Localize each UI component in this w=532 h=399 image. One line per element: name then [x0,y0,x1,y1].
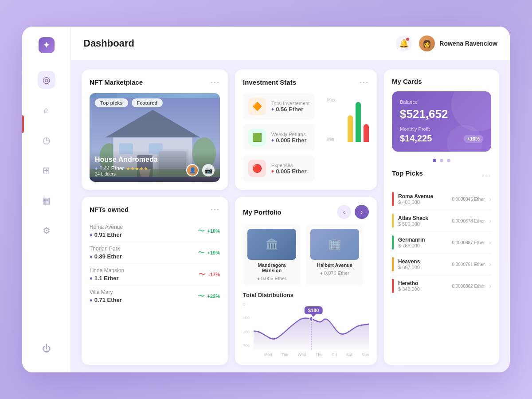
portfolio-img-1: 🏢 [310,229,359,260]
dot-3[interactable] [447,159,450,162]
nft-badges: Top picks Featured [95,98,163,107]
dist-chart-wrapper: 300 200 100 0 [243,302,369,357]
nft-list-item-2[interactable]: Linda Mansion ♦ 1.1 Ether 〜 -17% [90,264,220,286]
bell-button[interactable]: 🔔 [396,35,412,51]
chart-max-min: Max Min [327,93,336,146]
pick-item-0[interactable]: Roma Avenue $ 400,000 0.0000345 Ether › [392,188,491,210]
featured-badge: Featured [132,98,163,107]
expenses-val: ♦ 0.005 Ether [271,168,309,175]
portfolio-img-0: 🏛️ [247,229,296,260]
logo[interactable]: ✦ [39,37,55,53]
x-tue: Tue [282,352,288,357]
dot-1[interactable] [433,159,436,162]
balance-label: Balance [400,99,483,105]
nft-card-header: NFT Marketplace ··· [90,78,220,87]
sidebar-item-explore[interactable]: ◎ [38,71,55,89]
nft-list-name-1: Thorian Park [90,246,122,252]
nft-list-item-3[interactable]: Villa Mary ♦ 0.71 Ether 〜 +22% [90,286,220,307]
pick-item-2[interactable]: Germanrin $ 786,000 0.0000887 Ether › [392,232,491,254]
nft-list-val-2: ♦ 1.1 Ether [90,275,124,282]
nft-avatars: 👤 [190,164,199,176]
investment-stats-card: Investment Stats ··· 🔶 Total Investement… [235,70,377,190]
x-axis: Mon Tue Wed Thu Fri Sat Sun [254,352,369,357]
expenses-eth: 0.005 Ether [276,168,306,175]
investment-title: Investment Stats [243,78,296,86]
main-content: Dashboard 🔔 👩 Rowena Ravenclow NFT Marke… [71,27,510,372]
nft-list-item-1[interactable]: Thorian Park ♦ 0.89 Ether 〜 +19% [90,242,220,264]
eth-symbol-0: ♦ [90,231,93,238]
stat-item-expenses: 🔴 Expenses ♦ 0.005 Ether [243,155,315,182]
sidebar-item-settings[interactable]: ⚙ [38,222,55,239]
nft-list-val-0: ♦ 0.91 Ether [90,231,123,238]
dot-2[interactable] [440,159,443,162]
portfolio-header: My Portfolio ‹ › [243,205,369,219]
sidebar-item-home[interactable]: ⌂ [38,101,55,119]
portfolio-next-button[interactable]: › [355,205,369,219]
sidebar-item-clock[interactable]: ◷ [38,131,55,149]
expenses-icon: 🔴 [248,160,266,177]
pick-item-3[interactable]: Heavens $ 667,000 0.0000761 Ether › [392,254,491,275]
sidebar-item-calendar[interactable]: ▦ [38,192,55,209]
x-thu: Thu [316,352,323,357]
portfolio-item-1[interactable]: 🏢 Halbert Avenue ♦ 0.076 Ether [306,224,364,286]
weekly-val: ♦ 0.005 Ether [271,137,309,144]
stat-row: 🔶 Total Investement ♦ 0.56 Ether 🟩 [243,93,369,182]
eth-sym-p1: ♦ [320,270,323,276]
pick-bar-1 [392,214,394,228]
nft-list-name-3: Villa Mary [90,289,122,295]
avatar: 👩 [419,35,435,51]
pick-info-3: Heavens $ 667,000 [398,258,447,270]
pick-name-2: Germanrin [398,237,447,243]
bell-dot [406,38,409,41]
top-picks-section: Top Picks ··· Roma Avenue $ 400,000 0.00… [392,169,491,297]
sidebar-bottom: ⏻ [38,340,55,362]
portfolio-items: 🏛️ Mandragora Mansion ♦ 0.005 Ether 🏢 Ha… [243,224,369,286]
pick-eth-4: 0.0000302 Ether [452,284,485,289]
nft-more-button[interactable]: ··· [211,78,220,87]
pick-bar-0 [392,192,394,206]
balance-amount: $521,652 [400,107,483,121]
user-info[interactable]: 👩 Rowena Ravenclow [419,35,497,51]
chart-col-1 [348,98,353,142]
nft-list-val-1: ♦ 0.89 Ether [90,253,122,260]
pick-item-4[interactable]: Heretho $ 348,000 0.0000302 Ether › [392,275,491,297]
nfts-owned-header: NFTs owned ··· [90,205,220,214]
eth-symbol-2: ♦ [90,275,93,282]
total-icon: 🔶 [248,98,266,115]
top-picks-more-button[interactable]: ··· [482,171,491,180]
chevron-right-icon-3: › [489,261,491,268]
investment-more-button[interactable]: ··· [360,78,369,87]
portfolio-prev-button[interactable]: ‹ [337,205,351,219]
eth-dot: ♦ [271,106,274,112]
sidebar-item-briefcase[interactable]: ⊞ [38,161,55,179]
nft-list-info-1: Thorian Park ♦ 0.89 Ether [90,246,122,260]
card-dots [392,159,491,162]
pick-item-1[interactable]: Atlas Shack $ 500,000 0.0000678 Ether › [392,210,491,232]
pick-bar-4 [392,279,394,293]
nft-info-overlay: House Andromeda ♦ 1.44 Ether ★★★★★ 24 bi… [90,150,220,182]
nft-change-3: +22% [207,293,220,299]
stat-content-expenses: Expenses ♦ 0.005 Ether [271,163,309,175]
total-val: ♦ 0.56 Ether [271,106,309,113]
pick-price-2: $ 786,000 [398,243,447,248]
mini-chart-3: 〜 [198,292,205,301]
camera-button[interactable]: 📷 [202,164,215,176]
mini-chart-2: 〜 [199,270,206,279]
top-picks-title: Top Picks [392,169,423,177]
sidebar-icons: ◎ ⌂ ◷ ⊞ ▦ ⚙ [38,71,55,340]
pick-eth-3: 0.0000761 Ether [452,262,485,267]
weekly-label: Weekly Returns [271,132,309,137]
nft-list-item-0[interactable]: Roma Avenue ♦ 0.91 Ether 〜 +10% [90,220,220,242]
power-icon[interactable]: ⏻ [38,340,55,357]
page-title: Dashboard [83,38,134,49]
eth-symbol-3: ♦ [90,297,93,303]
nft-change-1: +19% [207,250,220,255]
weekly-icon: 🟩 [248,129,266,146]
x-fri: Fri [332,352,337,357]
stat-item-weekly: 🟩 Weekly Returns ♦ 0.005 Ether [243,124,315,151]
chart-col-2 [356,98,361,142]
nfts-owned-more-button[interactable]: ··· [211,205,220,214]
portfolio-item-0[interactable]: 🏛️ Mandragora Mansion ♦ 0.005 Ether [243,224,301,286]
chart-min: Min [327,137,336,142]
chevron-right-icon-1: › [489,217,491,224]
